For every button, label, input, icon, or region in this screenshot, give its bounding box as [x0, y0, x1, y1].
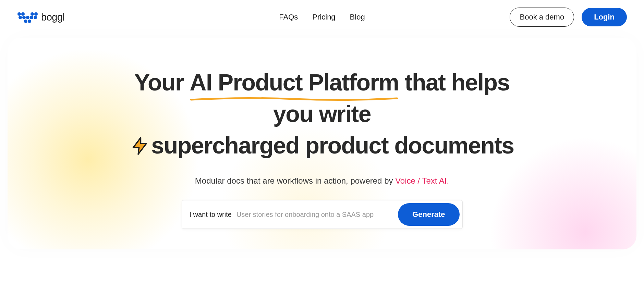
logo-text: boggl — [41, 12, 64, 23]
hero-subtitle-accent: Voice / Text AI. — [395, 176, 449, 185]
nav-link-blog[interactable]: Blog — [350, 13, 365, 22]
hero-title-underlined: AI Product Platform — [190, 69, 399, 95]
svg-point-4 — [19, 16, 22, 19]
svg-point-1 — [21, 12, 25, 16]
prompt-input[interactable] — [236, 211, 394, 219]
prompt-bar: I want to write Generate — [182, 200, 463, 229]
svg-point-6 — [26, 16, 29, 19]
svg-point-5 — [22, 16, 26, 19]
underline-icon — [190, 96, 399, 102]
svg-point-8 — [34, 16, 37, 19]
svg-point-0 — [17, 12, 21, 16]
logo-icon — [17, 11, 38, 23]
hero-title-post2: supercharged product documents — [151, 132, 514, 158]
hero-subtitle-pre: Modular docs that are workflows in actio… — [195, 176, 395, 185]
logo[interactable]: boggl — [17, 11, 64, 23]
book-demo-button[interactable]: Book a demo — [510, 8, 574, 27]
hero-section: Your AI Product Platform that helps you … — [8, 38, 636, 249]
svg-point-10 — [28, 20, 31, 23]
hero-title-underlined-wrap: AI Product Platform — [190, 67, 399, 98]
svg-point-2 — [31, 12, 34, 16]
nav-link-faqs[interactable]: FAQs — [279, 13, 298, 22]
nav-link-pricing[interactable]: Pricing — [312, 13, 335, 22]
hero-title-pre: Your — [134, 69, 190, 95]
bolt-icon — [130, 136, 150, 156]
main-nav: FAQs Pricing Blog — [279, 13, 365, 22]
hero-content: Your AI Product Platform that helps you … — [117, 67, 528, 229]
svg-point-3 — [34, 12, 38, 16]
svg-point-9 — [24, 20, 27, 23]
hero-title: Your AI Product Platform that helps you … — [117, 67, 528, 161]
svg-point-7 — [30, 16, 33, 19]
prompt-prefix: I want to write — [190, 211, 232, 219]
hero-subtitle: Modular docs that are workflows in actio… — [117, 176, 528, 186]
generate-button[interactable]: Generate — [398, 203, 459, 226]
site-header: boggl FAQs Pricing Blog Book a demo Logi… — [0, 0, 644, 34]
header-actions: Book a demo Login — [510, 8, 627, 27]
login-button[interactable]: Login — [582, 8, 627, 26]
